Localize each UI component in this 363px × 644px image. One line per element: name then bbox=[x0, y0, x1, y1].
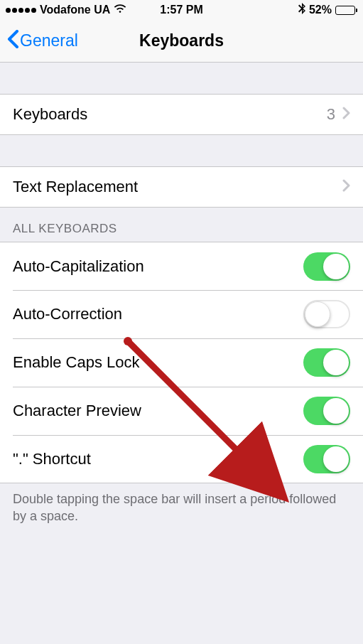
character-preview-row: Character Preview bbox=[0, 387, 363, 435]
status-time: 1:57 PM bbox=[160, 4, 202, 16]
enable-caps-lock-toggle[interactable] bbox=[303, 348, 350, 377]
character-preview-label: Character Preview bbox=[13, 402, 303, 420]
keyboards-count: 3 bbox=[327, 105, 335, 124]
wifi-icon bbox=[114, 4, 126, 16]
auto-correction-label: Auto-Correction bbox=[13, 305, 303, 323]
navigation-bar: General Keyboards bbox=[0, 20, 363, 63]
back-button[interactable]: General bbox=[7, 30, 78, 53]
footer-description: Double tapping the space bar will insert… bbox=[0, 483, 363, 532]
text-replacement-row[interactable]: Text Replacement bbox=[0, 166, 363, 208]
auto-correction-row: Auto-Correction bbox=[0, 290, 363, 338]
section-header-all-keyboards: ALL KEYBOARDS bbox=[0, 208, 363, 242]
period-shortcut-toggle[interactable] bbox=[303, 445, 350, 473]
period-shortcut-label: "." Shortcut bbox=[13, 450, 303, 468]
battery-percentage: 52% bbox=[309, 4, 332, 16]
signal-strength-icon bbox=[6, 8, 36, 13]
status-left: Vodafone UA bbox=[6, 4, 126, 16]
keyboards-row[interactable]: Keyboards 3 bbox=[0, 94, 363, 135]
bluetooth-icon bbox=[298, 3, 305, 17]
page-title: Keyboards bbox=[139, 31, 224, 50]
auto-correction-toggle[interactable] bbox=[303, 300, 350, 328]
text-replacement-label: Text Replacement bbox=[13, 178, 342, 196]
status-bar: Vodafone UA 1:57 PM 52% bbox=[0, 0, 363, 20]
back-label: General bbox=[20, 31, 78, 50]
carrier-label: Vodafone UA bbox=[40, 4, 110, 16]
keyboards-label: Keyboards bbox=[13, 105, 327, 124]
chevron-left-icon bbox=[7, 30, 20, 53]
enable-caps-lock-row: Enable Caps Lock bbox=[0, 338, 363, 387]
auto-capitalization-toggle[interactable] bbox=[303, 252, 350, 281]
battery-icon bbox=[335, 6, 357, 15]
chevron-right-icon bbox=[342, 178, 350, 196]
status-right: 52% bbox=[298, 3, 357, 17]
auto-capitalization-label: Auto-Capitalization bbox=[13, 257, 303, 276]
character-preview-toggle[interactable] bbox=[303, 397, 350, 425]
enable-caps-lock-label: Enable Caps Lock bbox=[13, 353, 303, 372]
period-shortcut-row: "." Shortcut bbox=[0, 435, 363, 483]
chevron-right-icon bbox=[342, 105, 350, 124]
auto-capitalization-row: Auto-Capitalization bbox=[0, 242, 363, 290]
